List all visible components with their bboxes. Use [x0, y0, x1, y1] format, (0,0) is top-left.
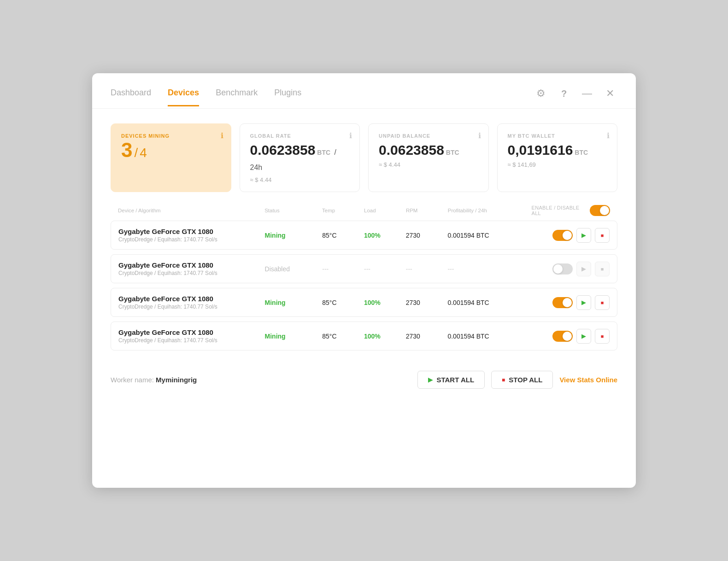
- minimize-icon: —: [582, 88, 592, 99]
- table-row: Gygabyte GeForce GTX 1080 CryptoDredge /…: [111, 254, 617, 283]
- device-actions: ▶ ■: [531, 228, 610, 243]
- table-row: Gygabyte GeForce GTX 1080 CryptoDredge /…: [111, 321, 617, 351]
- btc-wallet-sub: ≈ $ 141,69: [508, 161, 607, 168]
- view-stats-button[interactable]: View Stats Online: [559, 376, 617, 384]
- worker-label: Worker name:: [111, 376, 154, 384]
- worker-value: Myminingrig: [156, 376, 197, 384]
- stop-all-label: STOP ALL: [509, 376, 542, 384]
- settings-button[interactable]: ⚙: [534, 86, 548, 101]
- unpaid-balance-sub: ≈ $ 4.44: [379, 161, 478, 168]
- btc-wallet-card: MY BTC WALLET 0,0191616BTC ≈ $ 141,69 ℹ: [497, 123, 618, 192]
- device-toggle[interactable]: [552, 297, 573, 308]
- stop-icon: ■: [601, 233, 604, 238]
- device-status: Mining: [265, 299, 323, 306]
- close-button[interactable]: ✕: [603, 86, 617, 101]
- device-load: 100%: [364, 232, 406, 239]
- minimize-button[interactable]: —: [580, 86, 594, 101]
- nav-bar: Dashboard Devices Benchmark Plugins ⚙ ? …: [92, 73, 636, 109]
- global-rate-label: GLOBAL RATE: [250, 133, 350, 139]
- stop-all-button[interactable]: ■ STOP ALL: [491, 371, 553, 389]
- device-play-button[interactable]: ▶: [576, 329, 591, 344]
- play-icon: ▶: [581, 265, 586, 272]
- table-row: Gygabyte GeForce GTX 1080 CryptoDredge /…: [111, 288, 617, 317]
- global-toggle[interactable]: [590, 205, 610, 216]
- mining-slash: /: [134, 146, 138, 160]
- device-table: Device / Algorithm Status Temp Load RPM …: [92, 200, 636, 351]
- global-toggle-knob: [600, 206, 609, 215]
- device-stop-button[interactable]: ■: [595, 329, 610, 344]
- device-status: Disabled: [265, 265, 323, 273]
- tab-devices[interactable]: Devices: [168, 88, 199, 106]
- device-temp: ---: [322, 265, 364, 273]
- gear-icon: ⚙: [536, 88, 546, 99]
- global-rate-value: 0.0623858BTC / 24h: [250, 142, 350, 173]
- stop-icon: ■: [601, 266, 604, 272]
- device-temp: 85°C: [322, 232, 364, 239]
- device-toggle[interactable]: [552, 331, 573, 342]
- device-algo: CryptoDredge / Equihash: 1740.77 Sol/s: [118, 304, 265, 310]
- device-actions: ▶ ■: [531, 262, 610, 276]
- tab-dashboard[interactable]: Dashboard: [111, 88, 151, 106]
- device-play-button[interactable]: ▶: [576, 295, 591, 310]
- unpaid-balance-card: UNPAID BALANCE 0.0623858BTC ≈ $ 4.44 ℹ: [368, 123, 489, 192]
- table-row: Gygabyte GeForce GTX 1080 CryptoDredge /…: [111, 221, 617, 250]
- stats-row: DEVICES MINING 3 / 4 ℹ GLOBAL RATE 0.062…: [92, 109, 636, 200]
- device-toggle-knob: [553, 264, 563, 274]
- device-toggle[interactable]: [552, 230, 573, 241]
- device-name: Gygabyte GeForce GTX 1080: [118, 328, 265, 336]
- devices-mining-value: 3 / 4: [121, 139, 221, 162]
- device-profit: ---: [447, 265, 531, 273]
- col-header-device: Device / Algorithm: [118, 208, 264, 213]
- device-toggle-knob: [563, 298, 572, 307]
- device-load: ---: [364, 265, 406, 273]
- device-play-button[interactable]: ▶: [576, 262, 591, 276]
- global-rate-sub: ≈ $ 4.44: [250, 176, 350, 183]
- device-profit: 0.001594 BTC: [447, 232, 531, 239]
- col-header-actions: ENABLE / DISABLE ALL: [532, 205, 610, 216]
- device-algo: CryptoDredge / Equihash: 1740.77 Sol/s: [118, 236, 265, 243]
- device-rpm: ---: [406, 265, 448, 273]
- nav-tabs: Dashboard Devices Benchmark Plugins: [111, 88, 301, 106]
- device-toggle-knob: [563, 231, 572, 240]
- device-actions: ▶ ■: [531, 329, 610, 344]
- device-algo: CryptoDredge / Equihash: 1740.77 Sol/s: [118, 337, 265, 344]
- device-temp: 85°C: [322, 333, 364, 340]
- device-toggle[interactable]: [552, 263, 573, 275]
- device-name: Gygabyte GeForce GTX 1080: [118, 295, 265, 303]
- nav-controls: ⚙ ? — ✕: [534, 86, 617, 108]
- col-header-load: Load: [364, 208, 406, 213]
- footer-actions: ▶ START ALL ■ STOP ALL View Stats Online: [417, 371, 617, 389]
- device-stop-button[interactable]: ■: [595, 295, 610, 310]
- devices-mining-card: DEVICES MINING 3 / 4 ℹ: [111, 123, 231, 192]
- tab-plugins[interactable]: Plugins: [274, 88, 301, 106]
- device-actions: ▶ ■: [531, 295, 610, 310]
- device-load: 100%: [364, 299, 406, 306]
- help-button[interactable]: ?: [557, 86, 571, 101]
- global-rate-card: GLOBAL RATE 0.0623858BTC / 24h ≈ $ 4.44 …: [240, 123, 360, 192]
- device-stop-button[interactable]: ■: [595, 228, 610, 243]
- device-profit: 0.001594 BTC: [447, 333, 531, 340]
- footer: Worker name: Myminingrig ▶ START ALL ■ S…: [92, 358, 636, 402]
- device-rpm: 2730: [406, 232, 448, 239]
- device-load: 100%: [364, 333, 406, 340]
- device-status: Mining: [265, 333, 323, 340]
- stop-icon: ■: [601, 333, 604, 339]
- device-name: Gygabyte GeForce GTX 1080: [118, 261, 265, 269]
- device-rpm: 2730: [406, 299, 448, 306]
- device-info: Gygabyte GeForce GTX 1080 CryptoDredge /…: [118, 228, 265, 243]
- col-header-profit: Profitability / 24h: [448, 208, 532, 213]
- tab-benchmark[interactable]: Benchmark: [216, 88, 258, 106]
- btc-wallet-info-icon[interactable]: ℹ: [607, 131, 610, 140]
- devices-mining-label: DEVICES MINING: [121, 133, 221, 139]
- play-icon: ▶: [581, 232, 586, 239]
- btc-wallet-label: MY BTC WALLET: [508, 133, 607, 139]
- play-icon: ▶: [581, 333, 586, 339]
- device-stop-button[interactable]: ■: [595, 262, 610, 276]
- global-rate-info-icon[interactable]: ℹ: [349, 131, 352, 140]
- start-all-button[interactable]: ▶ START ALL: [417, 371, 485, 389]
- devices-mining-info-icon[interactable]: ℹ: [221, 131, 223, 140]
- device-temp: 85°C: [322, 299, 364, 306]
- unpaid-balance-info-icon[interactable]: ℹ: [478, 131, 481, 140]
- device-play-button[interactable]: ▶: [576, 228, 591, 243]
- mining-current: 3: [121, 139, 132, 162]
